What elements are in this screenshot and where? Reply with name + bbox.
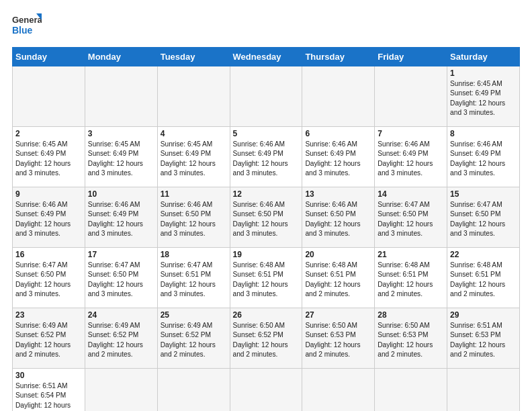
day-number: 26: [233, 310, 300, 320]
day-content: Sunrise: 6:46 AM Sunset: 6:49 PM Dayligh…: [305, 140, 371, 178]
calendar-cell: 1Sunrise: 6:45 AM Sunset: 6:49 PM Daylig…: [447, 66, 520, 127]
calendar-cell: [302, 66, 375, 127]
day-number: 18: [161, 250, 227, 259]
calendar-cell: [375, 66, 447, 127]
svg-text:Blue: Blue: [12, 25, 33, 36]
calendar-week-row: 2Sunrise: 6:45 AM Sunset: 6:49 PM Daylig…: [13, 127, 520, 187]
calendar-cell: 15Sunrise: 6:47 AM Sunset: 6:50 PM Dayli…: [447, 187, 520, 248]
day-content: Sunrise: 6:45 AM Sunset: 6:49 PM Dayligh…: [161, 140, 227, 178]
day-content: Sunrise: 6:51 AM Sunset: 6:53 PM Dayligh…: [450, 321, 517, 359]
day-content: Sunrise: 6:47 AM Sunset: 6:50 PM Dayligh…: [450, 200, 517, 238]
calendar-cell: 25Sunrise: 6:49 AM Sunset: 6:52 PM Dayli…: [157, 308, 230, 369]
day-content: Sunrise: 6:46 AM Sunset: 6:49 PM Dayligh…: [15, 200, 82, 238]
day-number: 17: [88, 250, 154, 259]
day-number: 14: [378, 189, 444, 199]
day-number: 13: [305, 189, 371, 199]
day-content: Sunrise: 6:45 AM Sunset: 6:49 PM Dayligh…: [450, 79, 517, 118]
svg-text:General: General: [12, 15, 42, 25]
day-content: Sunrise: 6:46 AM Sunset: 6:49 PM Dayligh…: [88, 200, 154, 238]
day-number: 3: [88, 129, 154, 138]
calendar-week-row: 9Sunrise: 6:46 AM Sunset: 6:49 PM Daylig…: [13, 187, 520, 248]
day-number: 29: [450, 310, 517, 320]
calendar-cell: 22Sunrise: 6:48 AM Sunset: 6:51 PM Dayli…: [447, 248, 520, 308]
day-number: 28: [378, 310, 444, 320]
generalblue-logo-icon: General Blue: [12, 12, 42, 42]
day-number: 12: [233, 189, 300, 199]
day-number: 6: [305, 129, 371, 138]
calendar-cell: 4Sunrise: 6:45 AM Sunset: 6:49 PM Daylig…: [157, 127, 230, 187]
day-number: 11: [161, 189, 227, 199]
day-number: 7: [378, 129, 444, 138]
day-content: Sunrise: 6:46 AM Sunset: 6:49 PM Dayligh…: [233, 140, 300, 178]
calendar-cell: 5Sunrise: 6:46 AM Sunset: 6:49 PM Daylig…: [230, 127, 302, 187]
calendar-cell: 13Sunrise: 6:46 AM Sunset: 6:50 PM Dayli…: [302, 187, 375, 248]
weekday-header-thursday: Thursday: [302, 48, 375, 66]
day-content: Sunrise: 6:47 AM Sunset: 6:51 PM Dayligh…: [161, 261, 227, 299]
day-content: Sunrise: 6:45 AM Sunset: 6:49 PM Dayligh…: [15, 140, 82, 178]
calendar-cell: 11Sunrise: 6:46 AM Sunset: 6:50 PM Dayli…: [157, 187, 230, 248]
weekday-header-tuesday: Tuesday: [157, 48, 230, 66]
day-number: 8: [450, 129, 517, 138]
calendar-cell: 19Sunrise: 6:48 AM Sunset: 6:51 PM Dayli…: [230, 248, 302, 308]
calendar-cell: [13, 66, 85, 127]
day-number: 25: [161, 310, 227, 320]
calendar-cell: [302, 369, 375, 412]
calendar-body: 1Sunrise: 6:45 AM Sunset: 6:49 PM Daylig…: [13, 66, 520, 412]
day-content: Sunrise: 6:49 AM Sunset: 6:52 PM Dayligh…: [161, 321, 227, 359]
calendar-cell: 23Sunrise: 6:49 AM Sunset: 6:52 PM Dayli…: [13, 308, 85, 369]
calendar-header: SundayMondayTuesdayWednesdayThursdayFrid…: [13, 48, 520, 66]
day-content: Sunrise: 6:45 AM Sunset: 6:49 PM Dayligh…: [88, 140, 154, 178]
calendar-cell: 21Sunrise: 6:48 AM Sunset: 6:51 PM Dayli…: [375, 248, 447, 308]
calendar-cell: [157, 66, 230, 127]
weekday-header-wednesday: Wednesday: [230, 48, 302, 66]
day-content: Sunrise: 6:48 AM Sunset: 6:51 PM Dayligh…: [233, 261, 300, 299]
day-content: Sunrise: 6:46 AM Sunset: 6:49 PM Dayligh…: [450, 140, 517, 178]
day-number: 16: [15, 250, 82, 259]
calendar-cell: [447, 369, 520, 412]
calendar-cell: 8Sunrise: 6:46 AM Sunset: 6:49 PM Daylig…: [447, 127, 520, 187]
calendar-cell: 20Sunrise: 6:48 AM Sunset: 6:51 PM Dayli…: [302, 248, 375, 308]
day-content: Sunrise: 6:50 AM Sunset: 6:52 PM Dayligh…: [233, 321, 300, 359]
day-content: Sunrise: 6:49 AM Sunset: 6:52 PM Dayligh…: [88, 321, 154, 359]
weekday-header-friday: Friday: [375, 48, 447, 66]
header: General Blue: [12, 12, 520, 42]
logo: General Blue: [12, 12, 42, 42]
day-number: 30: [15, 371, 82, 380]
calendar-cell: 26Sunrise: 6:50 AM Sunset: 6:52 PM Dayli…: [230, 308, 302, 369]
calendar-cell: [85, 369, 157, 412]
day-number: 21: [378, 250, 444, 259]
calendar-cell: [375, 369, 447, 412]
day-number: 5: [233, 129, 300, 138]
day-content: Sunrise: 6:47 AM Sunset: 6:50 PM Dayligh…: [378, 200, 444, 238]
calendar-cell: [230, 369, 302, 412]
calendar-cell: 14Sunrise: 6:47 AM Sunset: 6:50 PM Dayli…: [375, 187, 447, 248]
day-content: Sunrise: 6:48 AM Sunset: 6:51 PM Dayligh…: [305, 261, 371, 299]
weekday-header-monday: Monday: [85, 48, 157, 66]
calendar-cell: 24Sunrise: 6:49 AM Sunset: 6:52 PM Dayli…: [85, 308, 157, 369]
calendar-cell: 18Sunrise: 6:47 AM Sunset: 6:51 PM Dayli…: [157, 248, 230, 308]
day-number: 10: [88, 189, 154, 199]
weekday-header-sunday: Sunday: [13, 48, 85, 66]
calendar-cell: 29Sunrise: 6:51 AM Sunset: 6:53 PM Dayli…: [447, 308, 520, 369]
day-number: 9: [15, 189, 82, 199]
calendar-cell: 16Sunrise: 6:47 AM Sunset: 6:50 PM Dayli…: [13, 248, 85, 308]
calendar-cell: 7Sunrise: 6:46 AM Sunset: 6:49 PM Daylig…: [375, 127, 447, 187]
calendar-cell: 9Sunrise: 6:46 AM Sunset: 6:49 PM Daylig…: [13, 187, 85, 248]
calendar-cell: 30Sunrise: 6:51 AM Sunset: 6:54 PM Dayli…: [13, 369, 85, 412]
day-number: 27: [305, 310, 371, 320]
day-content: Sunrise: 6:48 AM Sunset: 6:51 PM Dayligh…: [378, 261, 444, 299]
day-number: 20: [305, 250, 371, 259]
calendar-cell: 27Sunrise: 6:50 AM Sunset: 6:53 PM Dayli…: [302, 308, 375, 369]
weekday-header-saturday: Saturday: [447, 48, 520, 66]
day-number: 2: [15, 129, 82, 138]
day-content: Sunrise: 6:47 AM Sunset: 6:50 PM Dayligh…: [15, 261, 82, 299]
calendar-cell: [230, 66, 302, 127]
day-content: Sunrise: 6:50 AM Sunset: 6:53 PM Dayligh…: [305, 321, 371, 359]
day-content: Sunrise: 6:51 AM Sunset: 6:54 PM Dayligh…: [15, 381, 82, 411]
day-content: Sunrise: 6:46 AM Sunset: 6:49 PM Dayligh…: [378, 140, 444, 178]
calendar-cell: 2Sunrise: 6:45 AM Sunset: 6:49 PM Daylig…: [13, 127, 85, 187]
calendar-table: SundayMondayTuesdayWednesdayThursdayFrid…: [12, 47, 520, 411]
calendar-week-row: 30Sunrise: 6:51 AM Sunset: 6:54 PM Dayli…: [13, 369, 520, 412]
calendar-cell: 28Sunrise: 6:50 AM Sunset: 6:53 PM Dayli…: [375, 308, 447, 369]
day-number: 23: [15, 310, 82, 320]
